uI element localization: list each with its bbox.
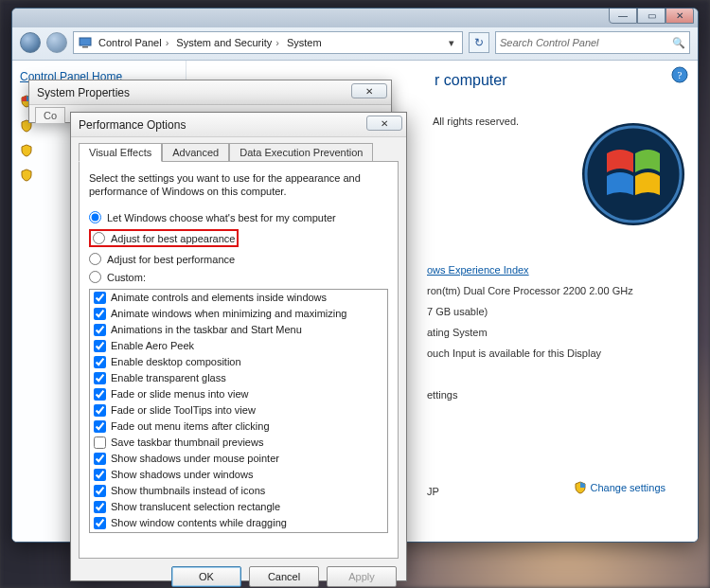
checkbox[interactable] (94, 437, 106, 449)
window-titlebar[interactable]: — ▭ ✕ (12, 9, 698, 27)
checkbox[interactable] (94, 340, 106, 352)
tab-dep[interactable]: Data Execution Prevention (229, 143, 373, 162)
list-item-label: Save taskbar thumbnail previews (111, 436, 263, 450)
list-item-label: Fade or slide ToolTips into view (111, 403, 256, 418)
help-icon[interactable]: ? (671, 66, 688, 83)
highlight-box: Adjust for best appearance (89, 229, 239, 247)
checkbox[interactable] (94, 517, 106, 529)
dialog-titlebar[interactable]: Performance Options ✕ (71, 113, 406, 137)
dialog-buttons: OK Cancel Apply (71, 559, 406, 588)
cancel-button[interactable]: Cancel (249, 566, 319, 587)
list-item[interactable]: Show window contents while dragging (90, 515, 387, 531)
svg-point-4 (582, 123, 684, 225)
copyright-text: All rights reserved. (433, 116, 519, 127)
performance-options-dialog: Performance Options ✕ Visual Effects Adv… (70, 112, 407, 581)
maximize-button[interactable]: ▭ (637, 8, 666, 24)
list-item[interactable]: Show shadows under mouse pointer (90, 451, 387, 467)
list-item-label: Enable Aero Peek (111, 339, 194, 353)
list-item[interactable]: Fade out menu items after clicking (90, 419, 387, 435)
change-settings-link[interactable]: Change settings (574, 481, 666, 494)
list-item-label: Show translucent selection rectangle (111, 500, 280, 514)
checkbox[interactable] (94, 453, 106, 465)
radio-label: Let Windows choose what's best for my co… (107, 212, 336, 223)
navigation-toolbar: Control Panel System and Security System… (12, 27, 698, 61)
computer-icon (78, 35, 93, 50)
tab-visual-effects[interactable]: Visual Effects (79, 143, 162, 162)
forward-button[interactable] (46, 32, 67, 53)
checkbox[interactable] (94, 356, 106, 368)
radio-best-performance[interactable]: Adjust for best performance (89, 253, 388, 265)
close-button[interactable]: ✕ (666, 8, 694, 24)
tab-advanced[interactable]: Advanced (162, 143, 229, 162)
list-item-label: Animations in the taskbar and Start Menu (111, 323, 302, 337)
system-info: ows Experience Index ron(tm) Dual Core P… (427, 259, 633, 502)
list-item-label: Enable transparent glass (111, 371, 226, 385)
list-item[interactable]: Fade or slide ToolTips into view (90, 402, 387, 419)
dialog-title: System Properties (37, 86, 130, 99)
refresh-button[interactable]: ↻ (469, 32, 489, 53)
close-button[interactable]: ✕ (351, 83, 387, 98)
radio-best-appearance[interactable] (93, 232, 105, 244)
list-item[interactable]: Show thumbnails instead of icons (90, 483, 387, 499)
address-drop-icon[interactable]: ▾ (445, 37, 458, 49)
checkbox[interactable] (94, 372, 106, 384)
minimize-button[interactable]: — (609, 8, 637, 24)
radio-let-windows-choose[interactable]: Let Windows choose what's best for my co… (89, 211, 388, 223)
windows-logo (577, 117, 690, 231)
dialog-titlebar[interactable]: System Properties ✕ (29, 80, 391, 105)
list-item-label: Fade out menu items after clicking (111, 419, 270, 434)
list-item-label: Show thumbnails instead of icons (111, 484, 265, 498)
list-item-label: Enable desktop composition (111, 355, 241, 369)
tab[interactable]: Co (35, 107, 65, 123)
radio-custom[interactable]: Custom: (89, 271, 388, 283)
radio-input[interactable] (89, 271, 101, 283)
breadcrumb-seg[interactable]: System and Security (172, 37, 283, 48)
apply-button[interactable]: Apply (327, 566, 397, 587)
back-button[interactable] (20, 32, 41, 53)
shield-icon (574, 481, 587, 494)
checkbox[interactable] (94, 388, 106, 401)
close-button[interactable]: ✕ (366, 116, 402, 131)
list-item[interactable]: Animate windows when minimizing and maxi… (90, 306, 387, 322)
wei-link[interactable]: ows Experience Index (427, 259, 633, 280)
dialog-title: Performance Options (79, 118, 186, 132)
checkbox[interactable] (94, 308, 106, 320)
list-item[interactable]: Enable Aero Peek (90, 338, 387, 354)
checkbox[interactable] (94, 469, 106, 481)
radio-label: Adjust for best performance (107, 254, 235, 265)
radio-label: Adjust for best appearance (111, 233, 235, 244)
os-text: ating System (427, 322, 633, 343)
list-item[interactable]: Fade or slide menus into view (90, 386, 387, 402)
list-item[interactable]: Show translucent selection rectangle (90, 499, 387, 515)
list-item[interactable]: Animate controls and elements inside win… (90, 290, 387, 306)
list-item-label: Animate controls and elements inside win… (111, 291, 327, 305)
list-item-label: Slide open combo boxes (111, 532, 224, 533)
breadcrumb-seg[interactable]: System (283, 37, 329, 48)
list-item[interactable]: Slide open combo boxes (90, 531, 387, 533)
settings-text: ettings (427, 384, 633, 405)
search-input[interactable]: Search Control Panel 🔍 (495, 31, 690, 54)
radio-label: Custom: (107, 272, 146, 283)
list-item-label: Show shadows under windows (111, 468, 253, 482)
list-item[interactable]: Animations in the taskbar and Start Menu (90, 322, 387, 338)
shield-icon (20, 169, 33, 182)
radio-input[interactable] (89, 253, 101, 265)
ok-button[interactable]: OK (171, 566, 241, 587)
svg-rect-0 (80, 38, 91, 45)
visual-effects-list[interactable]: Animate controls and elements inside win… (89, 289, 388, 533)
checkbox[interactable] (94, 420, 106, 433)
list-item[interactable]: Enable transparent glass (90, 370, 387, 386)
list-item[interactable]: Enable desktop composition (90, 354, 387, 370)
checkbox[interactable] (94, 324, 106, 336)
radio-input[interactable] (89, 211, 101, 223)
checkbox[interactable] (94, 292, 106, 304)
checkbox[interactable] (94, 404, 106, 417)
breadcrumb-seg[interactable]: Control Panel (95, 37, 172, 48)
list-item-label: Show shadows under mouse pointer (111, 452, 279, 466)
spacer (427, 364, 633, 384)
checkbox[interactable] (94, 485, 106, 497)
breadcrumb-bar[interactable]: Control Panel System and Security System… (73, 31, 463, 54)
list-item[interactable]: Save taskbar thumbnail previews (90, 435, 387, 451)
list-item[interactable]: Show shadows under windows (90, 467, 387, 483)
checkbox[interactable] (94, 501, 106, 513)
